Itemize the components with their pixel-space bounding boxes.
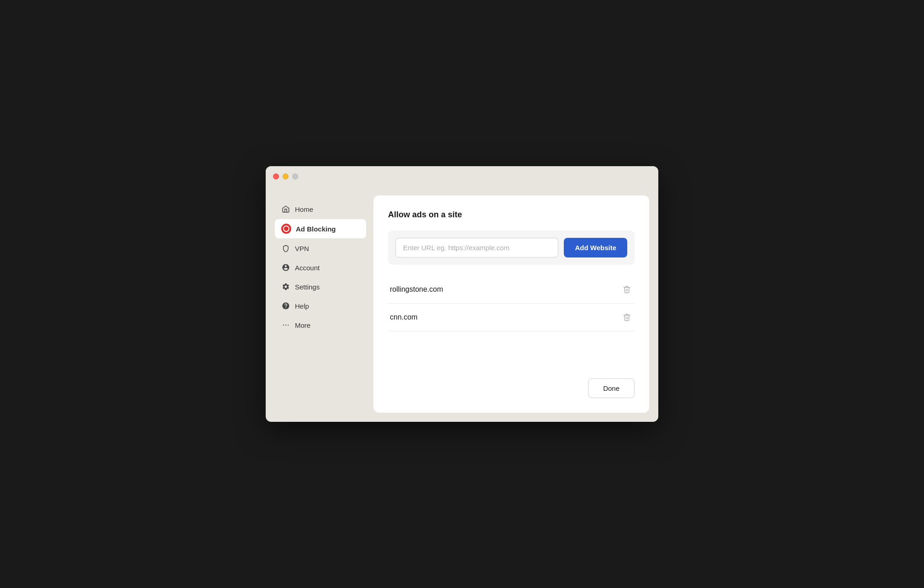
table-row: cnn.com <box>388 304 635 331</box>
table-row: rollingstone.com <box>388 276 635 304</box>
titlebar <box>266 166 658 186</box>
shield-icon <box>281 244 290 253</box>
gear-icon <box>281 282 290 291</box>
opera-icon <box>281 224 291 234</box>
maximize-button[interactable] <box>292 173 298 179</box>
svg-point-1 <box>285 325 286 326</box>
site-domain: rollingstone.com <box>390 285 443 294</box>
sidebar-item-help[interactable]: Help <box>275 297 366 315</box>
sidebar-item-ad-blocking[interactable]: Ad Blocking <box>275 219 366 238</box>
sidebar-item-label-help: Help <box>295 302 309 310</box>
delete-site-2-button[interactable] <box>621 311 633 324</box>
url-input-row: Add Website <box>388 231 635 265</box>
trash-icon <box>623 285 631 294</box>
svg-point-0 <box>283 325 284 326</box>
done-button[interactable]: Done <box>588 378 635 398</box>
home-icon <box>281 205 290 214</box>
sidebar-item-account[interactable]: Account <box>275 258 366 277</box>
sidebar-item-label-account: Account <box>295 264 320 272</box>
minimize-button[interactable] <box>283 173 289 179</box>
more-icon <box>281 320 290 330</box>
close-button[interactable] <box>273 173 279 179</box>
app-window: Home Ad Blocking VPN <box>266 166 658 422</box>
sidebar-item-home[interactable]: Home <box>275 200 366 218</box>
page-title: Allow ads on a site <box>388 210 635 220</box>
account-icon <box>281 263 290 272</box>
sites-list: rollingstone.com cnn.com <box>388 276 635 364</box>
sidebar-item-label-settings: Settings <box>295 283 320 291</box>
sidebar-item-label-more: More <box>295 321 310 329</box>
site-domain: cnn.com <box>390 313 417 321</box>
svg-point-2 <box>288 325 289 326</box>
add-website-button[interactable]: Add Website <box>564 238 627 257</box>
sidebar: Home Ad Blocking VPN <box>275 195 366 413</box>
sidebar-item-vpn[interactable]: VPN <box>275 239 366 257</box>
main-content: Allow ads on a site Add Website rollings… <box>373 195 649 413</box>
app-body: Home Ad Blocking VPN <box>266 186 658 422</box>
sidebar-item-label-home: Home <box>295 205 313 213</box>
footer: Done <box>388 378 635 398</box>
trash-icon <box>623 313 631 322</box>
sidebar-item-label-vpn: VPN <box>295 245 309 252</box>
sidebar-item-more[interactable]: More <box>275 316 366 334</box>
url-input[interactable] <box>395 238 558 257</box>
sidebar-item-settings[interactable]: Settings <box>275 278 366 296</box>
sidebar-item-label-ad-blocking: Ad Blocking <box>296 225 336 233</box>
delete-site-1-button[interactable] <box>621 283 633 296</box>
help-icon <box>281 301 290 310</box>
